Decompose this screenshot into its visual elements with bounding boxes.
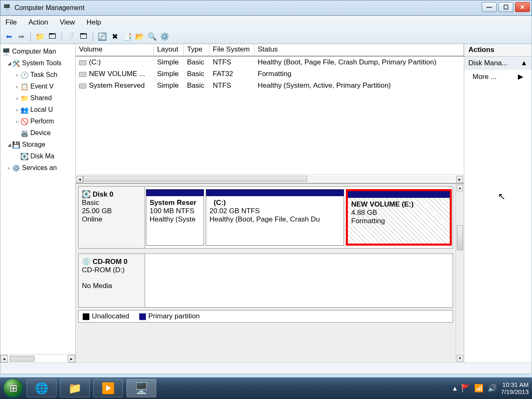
tree-hscrollbar[interactable]: ◂ ▸ [0,354,75,362]
partition-size: 100 MB NTFS [150,207,200,215]
partition-c[interactable]: (C:) 20.02 GB NTFS Healthy (Boot, Page F… [206,189,344,246]
start-button[interactable] [3,378,23,398]
legend-unallocated: Unallocated [92,312,129,320]
scroll-left-icon[interactable]: ◂ [76,176,83,182]
tree-event-viewer[interactable]: ▹📋Event V [0,81,75,92]
taskbar-ie[interactable]: 🌐 [27,379,57,397]
volume-row[interactable]: NEW VOLUME ... Simple Basic FAT32 Format… [76,68,464,80]
partition-system-reserved[interactable]: System Reser 100 MB NTFS Healthy (Syste [146,189,204,246]
tree-label: Task Sch [30,71,57,79]
disk-type: Basic [82,199,141,207]
col-layout[interactable]: Layout [154,44,184,56]
col-status[interactable]: Status [254,44,464,56]
expand-icon[interactable]: ▹ [15,107,20,113]
folder-up-icon[interactable]: 📁 [35,32,45,42]
volume-row[interactable]: (C:) Simple Basic NTFS Healthy (Boot, Pa… [76,57,464,68]
legend-swatch-unallocated [83,313,89,320]
close-button[interactable]: ✕ [515,2,530,12]
disk-size: 25.00 GB [82,207,141,215]
expand-icon[interactable]: ▹ [15,72,20,78]
taskbar-media-player[interactable]: ▶️ [93,379,123,397]
expand-icon[interactable]: ▹ [15,96,20,101]
volume-row[interactable]: System Reserved Simple Basic NTFS Health… [76,80,464,91]
tree-disk-management[interactable]: 💽Disk Ma [0,150,75,162]
partition-size: 4.88 GB [351,209,446,217]
volume-list-header: Volume Layout Type File System Status [76,44,464,57]
menu-help[interactable]: Help [86,18,101,27]
scroll-left-icon[interactable]: ◂ [0,355,8,362]
tree-label: Shared [30,94,52,102]
partition-header [146,190,204,196]
cdrom-row[interactable]: 💿 CD-ROM 0 CD-ROM (D:) No Media [78,254,453,308]
minimize-button[interactable]: — [482,2,497,12]
back-icon[interactable]: ⬅ [4,32,14,42]
tray-show-hidden-icon[interactable]: ▴ [453,384,457,393]
menu-file[interactable]: File [5,18,17,27]
partition-new-volume-e[interactable]: NEW VOLUME (E:) 4.88 GB Formatting [346,189,452,246]
scroll-right-icon[interactable]: ▸ [68,355,75,362]
menu-action[interactable]: Action [28,18,48,27]
actions-header: Actions [464,44,532,57]
scroll-up-icon[interactable]: ▴ [457,185,463,191]
disk-row[interactable]: 💽 Disk 0 Basic 25.00 GB Online System Re… [78,186,453,249]
explore-icon[interactable]: 🔍 [147,32,157,42]
tree-system-tools[interactable]: ◢ 🛠️ System Tools [0,57,75,69]
collapse-icon[interactable]: ▲ [520,59,527,67]
expand-icon[interactable]: ▹ [15,119,20,124]
volume-type: Basic [184,58,209,67]
tray-network-icon[interactable]: 📶 [474,384,483,393]
tree-local-users[interactable]: ▹👥Local U [0,104,75,116]
taskbar-computer-management[interactable]: 🖥️ [126,379,156,397]
expand-icon[interactable]: ◢ [6,142,12,148]
open-icon[interactable]: 📂 [135,32,145,42]
taskbar-explorer[interactable]: 📁 [60,379,90,397]
menu-view[interactable]: View [60,18,75,27]
help-icon[interactable]: ❔ [66,32,76,42]
tray-clock[interactable]: 10:31 AM 7/19/2013 [501,381,529,395]
show-hide-console-tree-icon[interactable]: 🗔 [47,32,57,42]
scroll-down-icon[interactable]: ▾ [457,355,463,362]
tree-performance[interactable]: ▹🚫Perform [0,116,75,127]
tree-root[interactable]: 🖥️ Computer Man [0,46,75,57]
delete-icon[interactable]: ✖ [110,32,120,42]
volume-hscrollbar[interactable]: ◂ ▸ [76,175,464,183]
volume-type: Basic [184,81,209,90]
tree-pane: 🖥️ Computer Man ◢ 🛠️ System Tools ▹🕑Task… [0,44,76,362]
tree-services[interactable]: ▹⚙️Services an [0,162,75,174]
tree-task-scheduler[interactable]: ▹🕑Task Sch [0,69,75,81]
taskbar: 🌐 📁 ▶️ 🖥️ ▴ 🚩 📶 🔊 10:31 AM 7/19/2013 [0,377,532,399]
device-icon: 🖨️ [20,129,29,137]
legend: Unallocated Primary partition [78,310,453,323]
actions-more[interactable]: More ... ▶ [464,70,532,84]
volume-name: System Reserved [89,81,145,89]
tree-root-label: Computer Man [12,48,56,55]
forward-icon[interactable]: ➡ [16,32,26,42]
legend-primary: Primary partition [148,312,200,320]
refresh-icon[interactable]: 🔄 [97,32,107,42]
tree-shared-folders[interactable]: ▹📁Shared [0,92,75,104]
disk-vscrollbar[interactable]: ▴ ▾ [456,184,464,362]
settings-icon[interactable]: ⚙️ [160,32,170,42]
scroll-thumb[interactable] [83,176,307,182]
actions-disk-management[interactable]: Disk Mana... ▲ [464,57,532,70]
tree-label: Device [30,129,51,137]
tray-volume-icon[interactable]: 🔊 [488,384,497,393]
volume-status: Healthy (Boot, Page File, Crash Dump, Pr… [254,58,464,67]
col-filesystem[interactable]: File System [209,44,254,56]
actions-pane: Actions Disk Mana... ▲ More ... ▶ [464,44,532,362]
tree-storage[interactable]: ◢💾Storage [0,139,75,150]
properties-icon[interactable]: 📑 [122,32,132,42]
scroll-thumb[interactable] [10,356,34,362]
col-volume[interactable]: Volume [76,44,154,56]
tools-icon: 🛠️ [12,59,20,67]
tree-device-manager[interactable]: 🖨️Device [0,127,75,139]
scroll-right-icon[interactable]: ▸ [456,176,463,182]
expand-icon[interactable]: ◢ [6,61,12,66]
expand-icon[interactable]: ▹ [6,165,12,171]
col-type[interactable]: Type [184,44,209,56]
expand-icon[interactable]: ▹ [15,84,20,89]
maximize-button[interactable]: ☐ [498,2,513,12]
tray-flag-icon[interactable]: 🚩 [461,384,470,393]
show-hide-action-pane-icon[interactable]: 🗔 [79,32,89,42]
scroll-thumb[interactable] [457,225,463,250]
